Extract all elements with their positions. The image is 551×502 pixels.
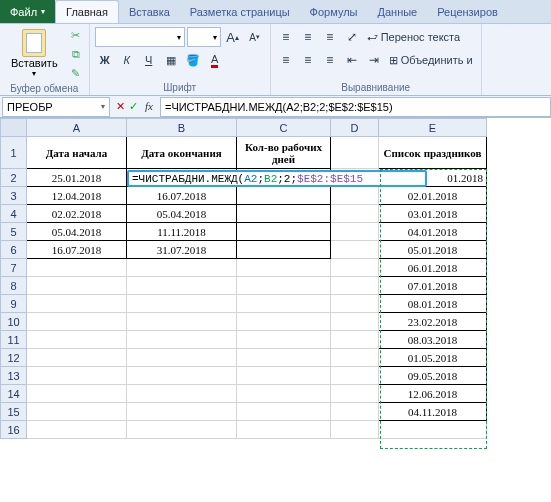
- cell[interactable]: [127, 385, 237, 403]
- cell[interactable]: 12.06.2018: [379, 385, 487, 403]
- increase-font-icon[interactable]: A▴: [223, 27, 243, 47]
- cell[interactable]: [331, 349, 379, 367]
- row-header[interactable]: 8: [1, 277, 27, 295]
- col-header[interactable]: B: [127, 119, 237, 137]
- col-header[interactable]: A: [27, 119, 127, 137]
- row-header[interactable]: 2: [1, 169, 27, 187]
- cell[interactable]: 03.01.2018: [379, 205, 487, 223]
- cell[interactable]: [331, 187, 379, 205]
- row-header[interactable]: 13: [1, 367, 27, 385]
- cancel-formula-icon[interactable]: ✕: [116, 100, 125, 113]
- cell[interactable]: Список праздников: [379, 137, 487, 169]
- tab-pagelayout[interactable]: Разметка страницы: [180, 0, 300, 23]
- cell[interactable]: 04.01.2018: [379, 223, 487, 241]
- row-header[interactable]: 10: [1, 313, 27, 331]
- cell[interactable]: [331, 295, 379, 313]
- cell[interactable]: [379, 421, 487, 439]
- align-center-icon[interactable]: ≡: [298, 50, 318, 70]
- cell[interactable]: [331, 367, 379, 385]
- cell[interactable]: 23.02.2018: [379, 313, 487, 331]
- copy-icon[interactable]: ⧉: [68, 46, 84, 62]
- fx-icon[interactable]: fx: [142, 100, 156, 113]
- cell[interactable]: [27, 385, 127, 403]
- cell[interactable]: 08.03.2018: [379, 331, 487, 349]
- cell[interactable]: 11.11.2018: [127, 223, 237, 241]
- cell[interactable]: [331, 241, 379, 259]
- row-header[interactable]: 6: [1, 241, 27, 259]
- cell[interactable]: [237, 349, 331, 367]
- cell[interactable]: 05.04.2018: [27, 223, 127, 241]
- cell[interactable]: [27, 259, 127, 277]
- cell[interactable]: 05.01.2018: [379, 241, 487, 259]
- row-header[interactable]: 7: [1, 259, 27, 277]
- select-all-corner[interactable]: [1, 119, 27, 137]
- cell[interactable]: [27, 331, 127, 349]
- cell[interactable]: [237, 295, 331, 313]
- cell[interactable]: [331, 385, 379, 403]
- cut-icon[interactable]: ✂: [68, 27, 84, 43]
- tab-data[interactable]: Данные: [367, 0, 427, 23]
- row-header[interactable]: 5: [1, 223, 27, 241]
- cell[interactable]: [127, 349, 237, 367]
- cell[interactable]: Дата окончания: [127, 137, 237, 169]
- cell[interactable]: [331, 277, 379, 295]
- cell[interactable]: [331, 331, 379, 349]
- cell[interactable]: Кол-во рабочих дней: [237, 137, 331, 169]
- fill-color-button[interactable]: 🪣: [183, 50, 203, 70]
- cell[interactable]: 09.05.2018: [379, 367, 487, 385]
- cell[interactable]: 02.01.2018: [379, 187, 487, 205]
- cell[interactable]: [127, 367, 237, 385]
- cell[interactable]: 16.07.2018: [27, 241, 127, 259]
- align-middle-icon[interactable]: ≡: [298, 27, 318, 47]
- inline-formula-editor[interactable]: =ЧИСТРАБДНИ.МЕЖД(A2;B2;2;$E$2:$E$15: [127, 170, 427, 187]
- cell[interactable]: [331, 403, 379, 421]
- cell[interactable]: [237, 313, 331, 331]
- cell[interactable]: [127, 403, 237, 421]
- spreadsheet-grid[interactable]: A B C D E 1 Дата начала Дата окончания К…: [0, 118, 551, 439]
- cell[interactable]: [127, 259, 237, 277]
- merge-button[interactable]: ⊞Объединить и: [386, 54, 476, 67]
- row-header[interactable]: 9: [1, 295, 27, 313]
- italic-button[interactable]: К: [117, 50, 137, 70]
- cell[interactable]: 05.04.2018: [127, 205, 237, 223]
- cell[interactable]: [237, 421, 331, 439]
- name-box[interactable]: ПРЕОБР▾: [2, 97, 110, 117]
- cell[interactable]: [127, 421, 237, 439]
- cell[interactable]: [27, 349, 127, 367]
- format-painter-icon[interactable]: ✎: [68, 65, 84, 81]
- row-header[interactable]: 1: [1, 137, 27, 169]
- cell[interactable]: [127, 277, 237, 295]
- row-header[interactable]: 15: [1, 403, 27, 421]
- decrease-indent-icon[interactable]: ⇤: [342, 50, 362, 70]
- underline-button[interactable]: Ч: [139, 50, 159, 70]
- cell[interactable]: [331, 205, 379, 223]
- cell[interactable]: [127, 331, 237, 349]
- wrap-text-button[interactable]: ⮐Перенос текста: [364, 31, 464, 43]
- cell[interactable]: [127, 313, 237, 331]
- cell[interactable]: [27, 295, 127, 313]
- cell[interactable]: [237, 205, 331, 223]
- cell[interactable]: 02.02.2018: [27, 205, 127, 223]
- align-right-icon[interactable]: ≡: [320, 50, 340, 70]
- cell[interactable]: 07.01.2018: [379, 277, 487, 295]
- cell[interactable]: [331, 137, 379, 169]
- border-button[interactable]: ▦: [161, 50, 181, 70]
- cell[interactable]: 31.07.2018: [127, 241, 237, 259]
- increase-indent-icon[interactable]: ⇥: [364, 50, 384, 70]
- orientation-icon[interactable]: ⤢: [342, 27, 362, 47]
- cell[interactable]: [331, 259, 379, 277]
- cell[interactable]: 04.11.2018: [379, 403, 487, 421]
- align-left-icon[interactable]: ≡: [276, 50, 296, 70]
- tab-review[interactable]: Рецензиров: [427, 0, 508, 23]
- cell[interactable]: [237, 403, 331, 421]
- tab-file[interactable]: Файл▾: [0, 0, 55, 23]
- cell[interactable]: 06.01.2018: [379, 259, 487, 277]
- cell[interactable]: [27, 421, 127, 439]
- cell[interactable]: [331, 223, 379, 241]
- cell[interactable]: [27, 313, 127, 331]
- tab-insert[interactable]: Вставка: [119, 0, 180, 23]
- cell[interactable]: [331, 421, 379, 439]
- row-header[interactable]: 16: [1, 421, 27, 439]
- cell[interactable]: [237, 223, 331, 241]
- row-header[interactable]: 11: [1, 331, 27, 349]
